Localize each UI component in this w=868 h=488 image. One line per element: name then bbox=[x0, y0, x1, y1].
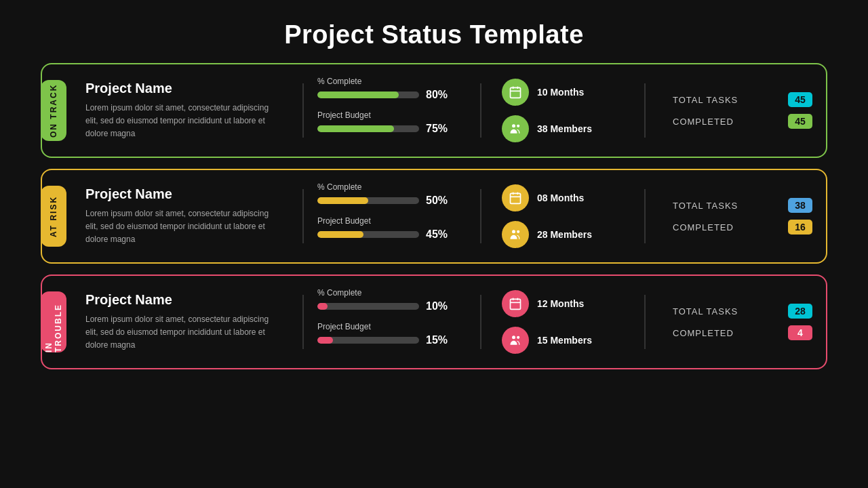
section-info-on-track: Project Name Lorem ipsum dolor sit amet,… bbox=[85, 81, 289, 141]
section-info-at-risk: Project Name Lorem ipsum dolor sit amet,… bbox=[85, 186, 289, 247]
completed-label-in-trouble: COMPLETED bbox=[673, 328, 734, 338]
total-tasks-row-at-risk: TOTAL TASKS 38 bbox=[673, 198, 812, 213]
budget-label-in-trouble: Project Budget bbox=[317, 322, 467, 331]
budget-label-at-risk: Project Budget bbox=[317, 216, 467, 226]
calendar-icon-on-track bbox=[502, 79, 529, 106]
divider-1-in-trouble bbox=[302, 295, 304, 349]
completed-label-at-risk: COMPLETED bbox=[673, 222, 734, 232]
timeline-months-on-track: 10 Months bbox=[502, 79, 624, 106]
budget-row-in-trouble: 15% bbox=[317, 334, 467, 346]
people-icon-at-risk bbox=[502, 221, 529, 248]
complete-label-at-risk: % Complete bbox=[317, 182, 467, 192]
section-tasks-in-trouble: TOTAL TASKS 28 COMPLETED 4 bbox=[659, 304, 812, 340]
budget-bar-fill-in-trouble bbox=[317, 337, 333, 344]
timeline-months-in-trouble: 12 Months bbox=[502, 290, 624, 317]
svg-point-17 bbox=[517, 336, 519, 339]
completed-badge-at-risk: 16 bbox=[788, 220, 812, 235]
status-badge-in-trouble: IN TROUBLE bbox=[41, 291, 66, 352]
complete-bar-bg-in-trouble bbox=[317, 303, 419, 310]
complete-label-in-trouble: % Complete bbox=[317, 288, 467, 298]
section-progress-at-risk: % Complete 50% Project Budget 45% bbox=[317, 182, 467, 250]
section-tasks-on-track: TOTAL TASKS 45 COMPLETED 45 bbox=[659, 92, 812, 129]
completed-badge-on-track: 45 bbox=[788, 114, 812, 129]
project-title-on-track: Project Name bbox=[85, 81, 275, 96]
card-content-at-risk: Project Name Lorem ipsum dolor sit amet,… bbox=[85, 182, 812, 250]
complete-row-on-track: 80% bbox=[317, 89, 467, 101]
complete-bar-fill-in-trouble bbox=[317, 303, 328, 310]
members-text-at-risk: 28 Members bbox=[537, 229, 592, 240]
svg-point-10 bbox=[512, 230, 515, 233]
budget-row-on-track: 75% bbox=[317, 123, 467, 135]
members-text-in-trouble: 15 Members bbox=[537, 335, 592, 346]
total-tasks-row-on-track: TOTAL TASKS 45 bbox=[673, 92, 812, 107]
completed-badge-in-trouble: 4 bbox=[788, 325, 812, 340]
budget-label-on-track: Project Budget bbox=[317, 110, 467, 120]
divider-2-at-risk bbox=[480, 189, 481, 243]
svg-point-5 bbox=[517, 125, 519, 127]
calendar-icon-in-trouble bbox=[502, 290, 529, 317]
completed-row-at-risk: COMPLETED 16 bbox=[673, 220, 812, 235]
total-tasks-badge-in-trouble: 28 bbox=[788, 304, 812, 319]
svg-rect-0 bbox=[511, 87, 521, 98]
project-desc-in-trouble: Lorem ipsum dolor sit amet, consectetur … bbox=[85, 313, 275, 352]
divider-2-on-track bbox=[480, 83, 481, 138]
completed-row-on-track: COMPLETED 45 bbox=[673, 114, 812, 129]
divider-3-on-track bbox=[644, 83, 646, 138]
budget-bar-bg-on-track bbox=[317, 125, 419, 132]
project-desc-at-risk: Lorem ipsum dolor sit amet, consectetur … bbox=[85, 207, 275, 247]
status-badge-on-track: ON TRACK bbox=[41, 80, 66, 141]
status-badge-at-risk: AT RISK bbox=[41, 186, 66, 247]
complete-label-on-track: % Complete bbox=[317, 77, 467, 86]
svg-point-11 bbox=[517, 230, 519, 233]
svg-rect-6 bbox=[511, 193, 521, 203]
budget-pct-on-track: 75% bbox=[426, 123, 448, 135]
card-in-trouble: IN TROUBLE Project Name Lorem ipsum dolo… bbox=[41, 274, 827, 369]
total-tasks-badge-on-track: 45 bbox=[788, 92, 812, 107]
section-timeline-in-trouble: 12 Months 15 Members bbox=[495, 290, 631, 354]
section-timeline-at-risk: 08 Months 28 Members bbox=[495, 184, 631, 248]
complete-row-at-risk: 50% bbox=[317, 195, 467, 207]
svg-rect-12 bbox=[511, 299, 521, 309]
project-title-in-trouble: Project Name bbox=[85, 292, 275, 308]
complete-pct-on-track: 80% bbox=[426, 89, 448, 101]
cards-container: ON TRACK Project Name Lorem ipsum dolor … bbox=[0, 63, 868, 369]
budget-bar-fill-at-risk bbox=[317, 231, 363, 238]
divider-1-at-risk bbox=[302, 189, 304, 243]
svg-point-16 bbox=[512, 336, 515, 339]
complete-bar-fill-at-risk bbox=[317, 197, 368, 204]
total-tasks-label-in-trouble: TOTAL TASKS bbox=[673, 306, 738, 317]
page-title: Project Status Template bbox=[0, 0, 868, 63]
section-progress-in-trouble: % Complete 10% Project Budget 15% bbox=[317, 288, 467, 356]
total-tasks-badge-at-risk: 38 bbox=[788, 198, 812, 213]
complete-bar-bg-at-risk bbox=[317, 197, 419, 204]
divider-3-at-risk bbox=[644, 189, 646, 243]
complete-bar-bg-on-track bbox=[317, 92, 419, 98]
months-text-in-trouble: 12 Months bbox=[537, 298, 584, 309]
budget-bar-bg-in-trouble bbox=[317, 337, 419, 344]
total-tasks-label-on-track: TOTAL TASKS bbox=[673, 95, 738, 105]
divider-2-in-trouble bbox=[480, 295, 481, 349]
people-icon-in-trouble bbox=[502, 327, 529, 354]
divider-3-in-trouble bbox=[644, 295, 646, 349]
section-progress-on-track: % Complete 80% Project Budget 75% bbox=[317, 77, 467, 144]
timeline-months-at-risk: 08 Months bbox=[502, 184, 624, 211]
complete-row-in-trouble: 10% bbox=[317, 300, 467, 312]
budget-pct-in-trouble: 15% bbox=[426, 334, 448, 346]
timeline-members-at-risk: 28 Members bbox=[502, 221, 624, 248]
project-desc-on-track: Lorem ipsum dolor sit amet, consectetur … bbox=[85, 102, 275, 141]
months-text-at-risk: 08 Months bbox=[537, 192, 584, 203]
timeline-members-on-track: 38 Members bbox=[502, 115, 624, 142]
budget-bar-fill-on-track bbox=[317, 125, 394, 132]
total-tasks-row-in-trouble: TOTAL TASKS 28 bbox=[673, 304, 812, 319]
section-info-in-trouble: Project Name Lorem ipsum dolor sit amet,… bbox=[85, 292, 289, 352]
completed-label-on-track: COMPLETED bbox=[673, 117, 734, 127]
calendar-icon-at-risk bbox=[502, 184, 529, 211]
total-tasks-label-at-risk: TOTAL TASKS bbox=[673, 201, 738, 211]
section-timeline-on-track: 10 Months 38 Members bbox=[495, 79, 631, 142]
section-tasks-at-risk: TOTAL TASKS 38 COMPLETED 16 bbox=[659, 198, 812, 235]
people-icon-on-track bbox=[502, 115, 529, 142]
timeline-members-in-trouble: 15 Members bbox=[502, 327, 624, 354]
months-text-on-track: 10 Months bbox=[537, 87, 584, 98]
card-on-track: ON TRACK Project Name Lorem ipsum dolor … bbox=[41, 63, 827, 158]
card-content-in-trouble: Project Name Lorem ipsum dolor sit amet,… bbox=[85, 288, 812, 356]
